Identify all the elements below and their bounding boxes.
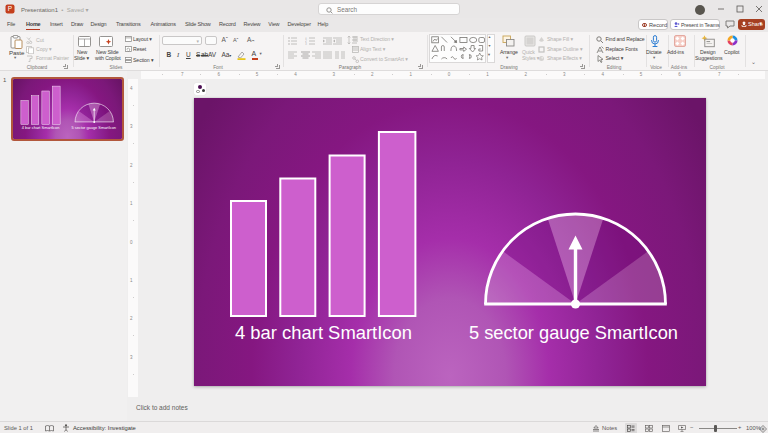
svg-text:3: 3 xyxy=(305,42,307,45)
svg-text:P: P xyxy=(8,5,12,12)
